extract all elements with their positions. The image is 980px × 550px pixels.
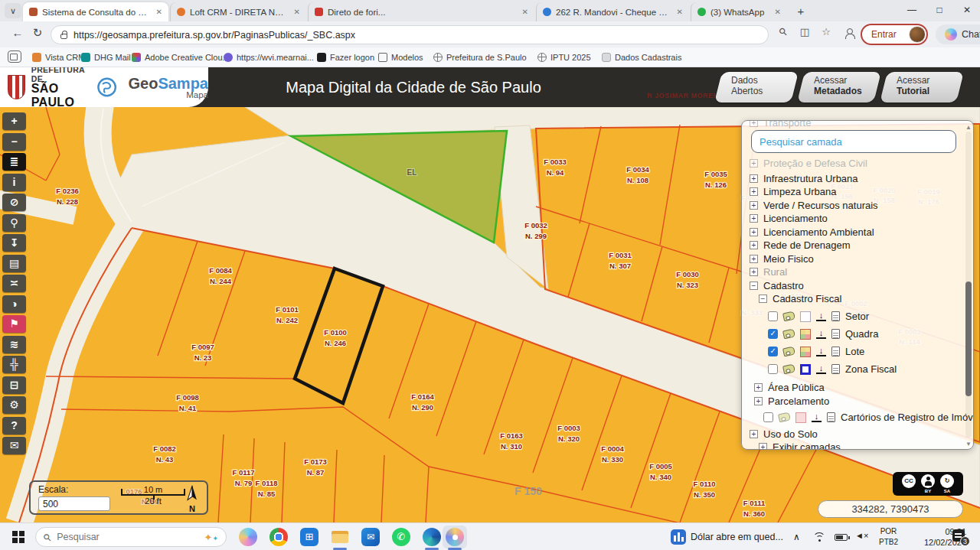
chrome-icon[interactable] xyxy=(270,528,288,546)
scroll-up-icon[interactable]: ▲ xyxy=(965,124,972,131)
expander-icon[interactable]: + xyxy=(750,187,758,196)
taskbar-search-input[interactable] xyxy=(57,532,172,542)
bookmark-url[interactable]: https://wvi.mearnai... xyxy=(224,50,314,64)
layer-item-cadastro-fiscal[interactable]: − Cadastro Fiscal xyxy=(759,292,973,306)
metadata-doc-icon[interactable] xyxy=(831,364,840,374)
import-layer-button[interactable]: ↧ xyxy=(2,234,26,252)
download-icon[interactable]: ↓ xyxy=(816,347,826,356)
tag-icon[interactable] xyxy=(778,412,791,423)
disable-selection-button[interactable]: ⊘ xyxy=(2,194,26,211)
layers-button[interactable]: ≣ xyxy=(2,153,26,171)
tray-chevron-icon[interactable]: ∧ xyxy=(793,532,800,542)
profile-icon[interactable] xyxy=(841,28,858,41)
layer-item-exibir-camadas[interactable]: + Exibir camadas xyxy=(759,440,973,450)
checkbox-quadra[interactable] xyxy=(768,329,778,339)
metadata-doc-icon[interactable] xyxy=(827,412,835,422)
tag-icon[interactable] xyxy=(782,329,795,340)
checkbox-setor[interactable] xyxy=(768,311,778,321)
draw-style-button[interactable]: ◑ xyxy=(2,295,26,313)
download-icon[interactable]: ↓ xyxy=(816,311,826,321)
refresh-icon[interactable]: ↻ xyxy=(29,26,46,40)
battery-icon[interactable] xyxy=(835,534,848,541)
layer-item-limpeza[interactable]: + Limpeza Urbana xyxy=(750,185,964,199)
style-swatch[interactable] xyxy=(800,311,811,322)
edge-icon[interactable] xyxy=(423,528,441,546)
dados-abertos-button[interactable]: DadosAbertos xyxy=(714,72,799,103)
bookmark-adobe[interactable]: Adobe Creative Clou... xyxy=(132,50,230,64)
layer-item-protecao[interactable]: + Proteção e Defesa Civil xyxy=(750,156,964,170)
widgets-icon[interactable] xyxy=(671,529,686,545)
style-swatch[interactable] xyxy=(795,412,806,423)
close-tab-icon[interactable]: ✕ xyxy=(775,8,781,16)
close-tab-icon[interactable]: ✕ xyxy=(522,8,528,16)
maximize-button[interactable]: □ xyxy=(926,0,952,20)
close-tab-icon[interactable]: ✕ xyxy=(294,8,300,16)
layer-item-transporte[interactable]: + Transporte xyxy=(750,120,964,129)
close-tab-icon[interactable]: ✕ xyxy=(156,8,162,16)
layer-item-verde[interactable]: + Verde / Recursos naturais xyxy=(750,198,964,212)
metadata-doc-icon[interactable] xyxy=(831,311,840,321)
expander-icon[interactable]: + xyxy=(750,255,758,263)
cc-license-badge[interactable]: CC BY ↻ SA xyxy=(893,472,963,496)
layer-item-licenciamento[interactable]: + Licenciamento xyxy=(750,212,964,226)
bookmark-dados-cadastrais[interactable]: Dados Cadastrais xyxy=(602,50,681,64)
checkbox-cartorios[interactable] xyxy=(763,412,773,422)
download-icon[interactable]: ↓ xyxy=(812,412,822,422)
tag-icon[interactable] xyxy=(782,347,795,357)
expander-icon[interactable]: + xyxy=(754,397,763,405)
new-tab-button[interactable]: + xyxy=(793,4,808,19)
wifi-icon[interactable] xyxy=(813,532,825,542)
expander-icon[interactable]: + xyxy=(750,241,758,249)
expander-icon[interactable]: + xyxy=(759,443,767,451)
tab-list-icon[interactable]: ∨ xyxy=(5,3,21,18)
layer-item-parcelamento[interactable]: + Parcelamento xyxy=(754,394,969,408)
acessar-tutorial-button[interactable]: AcessarTutorial xyxy=(880,72,964,103)
bookmark-vista-crm[interactable]: Vista CRM xyxy=(32,50,85,64)
tab-mandovi[interactable]: 262 R. Mandovi - Cheque pág... ✕ xyxy=(536,2,689,21)
help-button[interactable]: ? xyxy=(2,417,26,434)
expander-icon[interactable]: + xyxy=(750,120,758,127)
chat-button[interactable]: Chat xyxy=(936,24,980,44)
style-swatch[interactable] xyxy=(800,364,811,375)
bookmark-iptu[interactable]: IPTU 2025 xyxy=(537,50,591,64)
language-indicator[interactable]: PORPTB2 xyxy=(879,526,898,548)
tag-icon[interactable] xyxy=(782,364,795,375)
taskbar-search[interactable]: ⚲ ✦✦ xyxy=(35,527,227,547)
layer-item-rede-drenagem[interactable]: + Rede de Drenagem xyxy=(750,239,964,252)
paint-active-app[interactable] xyxy=(443,526,467,548)
expander-icon[interactable]: + xyxy=(750,159,758,168)
microsoft-store-icon[interactable]: ⊞ xyxy=(300,528,318,546)
layer-item-area-publica[interactable]: + Área Pública xyxy=(754,380,969,394)
tab-geosampa[interactable]: Sistema de Consulta do Mapa Di... ✕ xyxy=(23,2,168,21)
style-swatch[interactable] xyxy=(800,347,811,357)
search-icon[interactable]: ⚲ xyxy=(775,26,792,37)
terrain-button[interactable]: ≋ xyxy=(2,336,26,353)
checkbox-zona-fiscal[interactable] xyxy=(768,364,778,374)
bookmark-modelos[interactable]: Modelos xyxy=(378,50,423,64)
entrar-button[interactable]: Entrar xyxy=(861,24,928,45)
metadata-doc-icon[interactable] xyxy=(831,347,840,356)
print-button[interactable]: ⊟ xyxy=(2,376,26,394)
scroll-down-icon[interactable]: ▼ xyxy=(965,441,972,447)
favorites-icon[interactable]: ☆ xyxy=(818,26,835,37)
coordinates-button[interactable]: ╬ xyxy=(2,356,26,373)
download-icon[interactable]: ↓ xyxy=(816,364,826,374)
layer-item-uso-do-solo[interactable]: + Uso do Solo xyxy=(750,427,964,441)
expander-icon[interactable]: + xyxy=(750,430,758,438)
bookmark-prefeitura[interactable]: Prefeitura de S.Paulo xyxy=(433,50,527,64)
layer-item-licenciamento-ambiental[interactable]: + Licenciamento Ambiental xyxy=(750,225,964,239)
url-bar[interactable]: https://geosampa.prefeitura.sp.gov.br/Pa… xyxy=(51,25,769,44)
widgets-headline[interactable]: Dólar abre em qued... xyxy=(691,532,783,542)
acessar-metadados-button[interactable]: AcessarMetadados xyxy=(797,72,881,103)
download-icon[interactable]: ↓ xyxy=(816,329,826,339)
file-explorer-icon[interactable] xyxy=(331,528,349,546)
expander-icon[interactable]: + xyxy=(750,201,758,210)
close-tab-icon[interactable]: ✕ xyxy=(677,8,683,16)
expander-icon[interactable]: + xyxy=(754,383,763,392)
tab-whatsapp[interactable]: (3) WhatsApp ✕ xyxy=(691,2,787,21)
bookmark-dhg-mail[interactable]: DHG Mail xyxy=(81,50,131,64)
expander-icon[interactable]: + xyxy=(750,268,758,276)
expander-icon[interactable]: + xyxy=(750,214,758,223)
bookmark-fazer-logon[interactable]: Fazer logon xyxy=(317,50,374,64)
tag-icon[interactable] xyxy=(782,311,795,322)
